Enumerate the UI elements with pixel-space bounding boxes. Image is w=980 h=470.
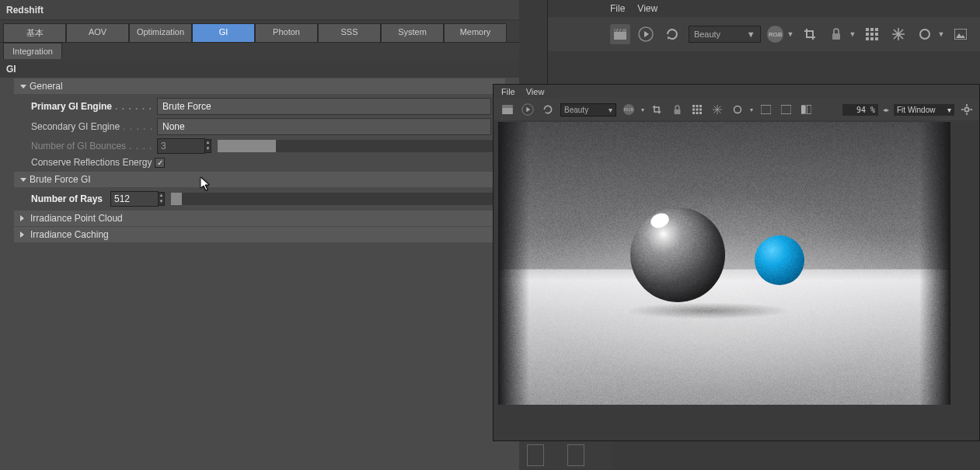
tool-icon[interactable] bbox=[567, 444, 584, 466]
rays-spinner[interactable]: ▲▼ bbox=[159, 192, 165, 206]
rays-slider[interactable] bbox=[171, 193, 497, 205]
primary-gi-label: Primary GI Engine bbox=[14, 101, 154, 112]
dropdown-icon[interactable]: ▾ bbox=[750, 106, 753, 113]
svg-rect-14 bbox=[875, 33, 878, 36]
lock-icon[interactable] bbox=[669, 102, 685, 117]
dropdown-icon[interactable]: ▾ bbox=[641, 106, 644, 113]
refresh-icon[interactable] bbox=[662, 24, 682, 44]
renderview-toolbar: Beauty▾ RGB ▾ ▾ 94 % ◂▸ Fit Window▾ bbox=[493, 99, 979, 120]
dropdown-icon[interactable]: ▼ bbox=[937, 30, 944, 38]
renderview-window: File View Beauty▾ RGB ▾ ▾ 94 % ◂▸ Fit Wi… bbox=[493, 84, 980, 441]
chevron-right-icon bbox=[20, 232, 27, 238]
zoom-field[interactable]: 94 % bbox=[842, 104, 878, 116]
tabs-row-2: Integration bbox=[0, 43, 519, 61]
group-bruteforce-header[interactable]: Brute Force GI bbox=[14, 172, 505, 187]
svg-rect-35 bbox=[699, 109, 702, 111]
play-icon[interactable] bbox=[636, 24, 657, 44]
menu-view[interactable]: View bbox=[526, 87, 545, 96]
primary-gi-combo[interactable]: Brute Force bbox=[157, 98, 491, 115]
gear-icon[interactable] bbox=[959, 102, 975, 117]
tool-icon[interactable] bbox=[527, 444, 544, 466]
gi-bounces-input: 3 bbox=[157, 138, 205, 154]
menu-file[interactable]: File bbox=[501, 87, 515, 96]
svg-rect-29 bbox=[674, 109, 680, 113]
tab-memory[interactable]: Memory bbox=[444, 23, 507, 42]
svg-rect-33 bbox=[692, 109, 695, 111]
clapper-icon[interactable] bbox=[500, 102, 515, 117]
tab-system[interactable]: System bbox=[381, 23, 444, 42]
svg-rect-0 bbox=[614, 32, 626, 40]
zoom-spinner[interactable]: ◂▸ bbox=[883, 106, 889, 113]
tab-basic[interactable]: 基本 bbox=[3, 23, 66, 42]
grid-icon[interactable] bbox=[689, 102, 705, 117]
tab-integration[interactable]: Integration bbox=[3, 43, 62, 59]
render-output bbox=[498, 122, 950, 405]
svg-rect-8 bbox=[832, 33, 840, 40]
group-general-label: General bbox=[30, 81, 63, 92]
snowflake-icon[interactable] bbox=[888, 24, 909, 44]
gi-bounces-label: Number of GI Bounces bbox=[14, 141, 154, 151]
snowflake-icon[interactable] bbox=[710, 102, 725, 117]
svg-rect-25 bbox=[502, 107, 513, 114]
rgb-icon[interactable]: RGB bbox=[621, 102, 636, 117]
svg-rect-31 bbox=[696, 105, 699, 107]
snapshot-b-icon[interactable] bbox=[778, 102, 793, 117]
tab-gi[interactable]: GI bbox=[192, 23, 255, 42]
play-icon[interactable] bbox=[520, 102, 535, 117]
tab-optimization[interactable]: Optimization bbox=[129, 23, 192, 42]
svg-rect-26 bbox=[502, 105, 513, 107]
compare-icon[interactable] bbox=[798, 102, 814, 117]
lock-icon[interactable] bbox=[826, 24, 846, 44]
snapshot-a-icon[interactable] bbox=[758, 102, 773, 117]
group-ic-label: Irradiance Caching bbox=[30, 229, 109, 240]
circle-icon[interactable] bbox=[730, 102, 745, 117]
secondary-gi-label: Secondary GI Engine bbox=[14, 121, 154, 132]
renderview-top-menu: File View bbox=[548, 0, 980, 17]
panel-title: Redshift bbox=[0, 0, 519, 20]
renderview-menu: File View bbox=[493, 85, 979, 99]
svg-rect-36 bbox=[692, 112, 695, 114]
redshift-settings-panel: Redshift 基本 AOV Optimization GI Photon S… bbox=[0, 0, 519, 470]
menu-file[interactable]: File bbox=[610, 3, 625, 14]
group-general-header[interactable]: General bbox=[14, 78, 505, 94]
svg-rect-32 bbox=[699, 105, 702, 107]
svg-rect-12 bbox=[866, 33, 869, 36]
menu-view[interactable]: View bbox=[637, 3, 657, 14]
group-ic-header[interactable]: Irradiance Caching bbox=[14, 227, 505, 242]
svg-rect-15 bbox=[866, 37, 869, 40]
crop-icon[interactable] bbox=[800, 24, 820, 44]
dropdown-icon[interactable]: ▼ bbox=[849, 30, 856, 38]
chevron-down-icon bbox=[20, 85, 26, 89]
fit-select[interactable]: Fit Window▾ bbox=[894, 104, 954, 116]
svg-rect-13 bbox=[870, 33, 874, 36]
svg-rect-34 bbox=[696, 109, 699, 111]
rays-label: Number of Rays bbox=[14, 193, 107, 204]
dropdown-icon[interactable]: ▼ bbox=[786, 30, 793, 38]
rgb-icon[interactable]: RGB bbox=[767, 26, 784, 43]
svg-rect-11 bbox=[875, 28, 878, 31]
refresh-icon[interactable] bbox=[540, 102, 556, 117]
svg-rect-17 bbox=[875, 37, 878, 40]
image-icon[interactable] bbox=[950, 24, 971, 44]
svg-rect-10 bbox=[870, 28, 874, 31]
svg-marker-24 bbox=[956, 33, 965, 38]
tab-photon[interactable]: Photon bbox=[255, 23, 318, 42]
conserve-label: Conserve Reflections Energy bbox=[14, 157, 152, 168]
svg-rect-9 bbox=[866, 28, 869, 31]
aov-select[interactable]: Beauty▾ bbox=[560, 103, 616, 117]
clapper-icon[interactable] bbox=[610, 24, 630, 44]
svg-marker-28 bbox=[526, 107, 530, 112]
crop-icon[interactable] bbox=[649, 102, 664, 117]
tab-aov[interactable]: AOV bbox=[66, 23, 129, 42]
aov-select[interactable]: Beauty▼ bbox=[689, 26, 761, 43]
tab-sss[interactable]: SSS bbox=[318, 23, 381, 42]
svg-rect-16 bbox=[870, 37, 874, 40]
group-ipc-header[interactable]: Irradiance Point Cloud bbox=[14, 211, 505, 226]
conserve-checkbox[interactable]: ✓ bbox=[155, 158, 165, 168]
circle-icon[interactable] bbox=[915, 24, 935, 44]
bottom-tool-strip bbox=[519, 441, 612, 469]
grid-icon[interactable] bbox=[863, 24, 883, 44]
secondary-gi-combo[interactable]: None bbox=[157, 118, 491, 135]
rays-input[interactable]: 512 bbox=[110, 191, 159, 207]
gi-bounces-slider bbox=[218, 140, 497, 152]
